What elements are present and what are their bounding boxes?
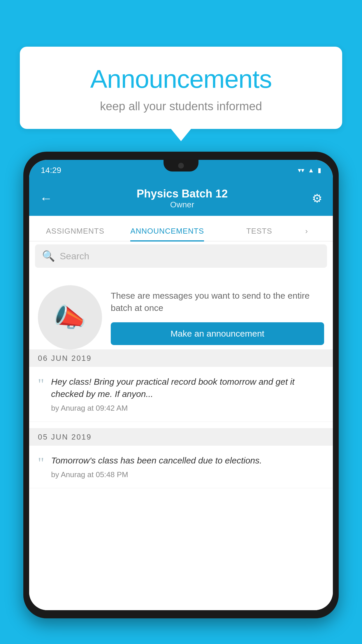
speech-bubble-title: Announcements — [31, 64, 331, 94]
announcement-item-1[interactable]: " Hey class! Bring your practical record… — [29, 367, 333, 422]
search-placeholder: Search — [60, 251, 89, 262]
notch-bump — [164, 160, 198, 172]
speech-bubble: Announcements keep all your students inf… — [20, 47, 342, 129]
announcement-description: These are messages you want to send to t… — [111, 290, 324, 314]
announcement-message-2: Tomorrow's class has been cancelled due … — [51, 454, 324, 467]
megaphone-icon: 📣 — [54, 302, 86, 333]
tab-assignments[interactable]: ASSIGNMENTS — [29, 227, 121, 241]
status-time: 14:29 — [41, 166, 61, 175]
tab-tests[interactable]: TESTS — [213, 227, 305, 241]
announcement-content-2: Tomorrow's class has been cancelled due … — [51, 454, 324, 479]
search-icon: 🔍 — [42, 250, 55, 262]
bottom-area — [29, 495, 333, 610]
app-header: ← Physics Batch 12 Owner ⚙ — [29, 181, 333, 216]
status-icons: ▾▾ ▲ ▮ — [298, 167, 321, 174]
date-divider-1: 06 JUN 2019 — [29, 349, 333, 367]
header-subtitle: Owner — [137, 200, 228, 209]
speech-bubble-container: Announcements keep all your students inf… — [20, 47, 342, 129]
tab-more[interactable]: › — [305, 227, 333, 241]
announcement-meta-2: by Anurag at 05:48 PM — [51, 470, 324, 479]
quote-icon-2: " — [38, 456, 44, 471]
tabs-container: ASSIGNMENTS ANNOUNCEMENTS TESTS › — [29, 216, 333, 242]
header-center: Physics Batch 12 Owner — [137, 188, 228, 209]
phone-screen: 14:29 ▾▾ ▲ ▮ ← Physics Batch 12 Owner ⚙ … — [29, 160, 333, 610]
battery-icon: ▮ — [318, 167, 321, 174]
date-divider-1-text: 06 JUN 2019 — [38, 354, 92, 363]
announcement-right: These are messages you want to send to t… — [111, 290, 324, 345]
announcement-item-2[interactable]: " Tomorrow's class has been cancelled du… — [29, 446, 333, 488]
quote-icon-1: " — [38, 377, 44, 392]
megaphone-circle: 📣 — [38, 285, 102, 349]
signal-icon: ▲ — [308, 167, 314, 174]
back-button[interactable]: ← — [40, 191, 52, 206]
camera-dot — [178, 163, 184, 169]
search-bar[interactable]: 🔍 Search — [35, 244, 327, 268]
announcement-message-1: Hey class! Bring your practical record b… — [51, 376, 324, 400]
settings-icon[interactable]: ⚙ — [312, 192, 322, 205]
phone-mockup: 14:29 ▾▾ ▲ ▮ ← Physics Batch 12 Owner ⚙ … — [23, 152, 339, 618]
header-title: Physics Batch 12 — [137, 188, 228, 200]
make-announcement-button[interactable]: Make an announcement — [111, 322, 324, 345]
wifi-icon: ▾▾ — [298, 167, 304, 174]
date-divider-2-text: 05 JUN 2019 — [38, 433, 92, 442]
date-divider-2: 05 JUN 2019 — [29, 428, 333, 446]
announcement-empty-state: 📣 These are messages you want to send to… — [29, 274, 333, 361]
tab-announcements[interactable]: ANNOUNCEMENTS — [121, 227, 213, 241]
announcement-meta-1: by Anurag at 09:42 AM — [51, 404, 324, 413]
announcement-content-1: Hey class! Bring your practical record b… — [51, 376, 324, 413]
speech-bubble-subtitle: keep all your students informed — [31, 100, 331, 113]
